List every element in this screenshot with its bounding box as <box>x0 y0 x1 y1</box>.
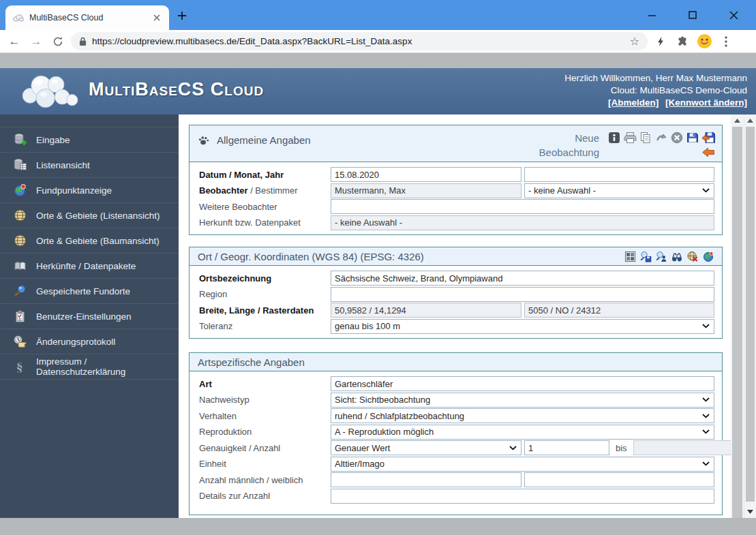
bookmark-star-icon[interactable]: ☆ <box>630 35 639 48</box>
copy-icon[interactable] <box>639 132 652 144</box>
sidebar-item-fundpunktanzeige[interactable]: Fundpunktanzeige <box>0 178 179 203</box>
forward-icon[interactable]: → <box>27 33 45 50</box>
page-scrollbar[interactable] <box>744 114 756 518</box>
art-input[interactable] <box>331 376 714 391</box>
browser-tab[interactable]: MultiBaseCS Cloud <box>5 5 169 30</box>
breite-laenge-input[interactable] <box>331 303 521 318</box>
reload-icon[interactable] <box>49 33 67 50</box>
sidebar-item-orte-baumansicht[interactable]: Orte & Gebiete (Baumansicht) <box>0 228 179 254</box>
address-bar[interactable]: https://cloudpreview.multibasecs.de/Edit… <box>71 32 648 50</box>
section-title: Allgemeine Angaben <box>217 134 311 146</box>
anzahl-weiblich-input[interactable] <box>524 472 714 487</box>
scrollbar-thumb[interactable] <box>746 127 755 502</box>
herkunft-input[interactable] <box>331 215 714 230</box>
beobachter-input[interactable] <box>331 183 521 198</box>
back-icon[interactable]: ← <box>5 33 23 50</box>
field-label: Beobachter / Bestimmer <box>199 185 331 196</box>
save-close-icon[interactable] <box>701 132 715 144</box>
chevron-down-icon <box>702 324 710 328</box>
maximize-icon[interactable] <box>682 5 703 25</box>
toleranz-select[interactable]: genau bis 100 m <box>331 319 714 334</box>
verhalten-select[interactable]: ruhend / Schlafplatzbeobachtung <box>331 408 714 423</box>
scroll-up-icon[interactable] <box>731 114 744 126</box>
form-row-verhalten: Verhalten ruhend / Schlafplatzbeobachtun… <box>199 408 714 423</box>
weitere-beobachter-input[interactable] <box>331 199 714 214</box>
browser-window: MultiBaseCS Cloud ← → https://cloudprevi… <box>0 0 756 535</box>
field-label: Toleranz <box>199 321 331 331</box>
field-label: Herkunft bzw. Datenpaket <box>199 217 331 228</box>
sidebar-item-label: Orte & Gebiete (Listenansicht) <box>36 211 160 221</box>
lock-icon[interactable] <box>79 36 87 46</box>
search-person-icon[interactable] <box>654 250 668 262</box>
sidebar-item-listenansicht[interactable]: Listenansicht <box>0 153 179 178</box>
form-row-herkunft: Herkunft bzw. Datenpaket <box>199 215 714 230</box>
grid-window-icon[interactable] <box>623 250 637 262</box>
sidebar-item-eingabe[interactable]: Eingabe <box>0 127 179 153</box>
globe-marker-icon[interactable] <box>701 250 715 262</box>
details-anzahl-input[interactable] <box>331 489 714 504</box>
nachweistyp-select[interactable]: Sicht: Sichtbeobachtung <box>331 393 714 408</box>
field-label: Region <box>199 289 331 299</box>
close-icon[interactable] <box>723 5 744 25</box>
sidebar-item-aenderungsprotokoll[interactable]: Änderungsprotokoll <box>0 329 179 354</box>
profile-avatar[interactable] <box>695 33 713 50</box>
history-icon <box>12 335 27 349</box>
browser-titlebar: MultiBaseCS Cloud <box>0 0 756 30</box>
anzahl-maennlich-input[interactable] <box>331 472 521 487</box>
back-arrow-icon[interactable] <box>701 146 715 158</box>
bestimmer-select[interactable]: - keine Auswahl - <box>524 183 714 198</box>
binoculars-icon[interactable] <box>670 250 684 262</box>
undo-icon[interactable] <box>654 132 668 144</box>
field-label: Nachweistyp <box>199 395 331 405</box>
new-tab-icon[interactable] <box>176 10 188 22</box>
reproduktion-select[interactable]: A - Reproduktion möglich <box>331 425 714 440</box>
form-row-genauigkeit-anzahl: Genauigkeit / Anzahl Genauer Wert bis <box>199 440 714 455</box>
region-input[interactable] <box>331 287 714 302</box>
anzahl-von-input[interactable] <box>524 440 609 455</box>
bolt-extension-icon[interactable] <box>652 33 669 50</box>
action-text-line2: Beobachtung <box>539 147 599 158</box>
form-row-koordinaten: Breite, Länge / Rasterdaten <box>199 303 714 318</box>
genauigkeit-select[interactable]: Genauer Wert <box>331 440 521 455</box>
scroll-down-icon[interactable] <box>744 506 756 517</box>
browser-toolbar: ← → https://cloudpreview.multibasecs.de/… <box>0 30 756 53</box>
menu-dots-icon[interactable] <box>717 33 735 50</box>
scrollbar-thumb[interactable] <box>732 127 742 518</box>
url-text[interactable]: https://cloudpreview.multibasecs.de/Edit… <box>92 36 624 46</box>
save-icon[interactable] <box>686 132 699 144</box>
content-scrollbar[interactable] <box>731 114 744 518</box>
sidebar-item-impressum[interactable]: § Impressum / Datenschutzerklärung <box>0 354 179 380</box>
cancel-icon[interactable] <box>670 132 684 144</box>
rasterdaten-input[interactable] <box>524 303 714 318</box>
search-save-icon[interactable] <box>639 250 652 262</box>
info-icon[interactable] <box>607 132 621 144</box>
globe-remove-icon[interactable] <box>686 250 699 262</box>
paw-icon <box>198 134 211 147</box>
print-icon[interactable] <box>623 132 637 144</box>
form-row-ortsbezeichnung: Ortsbezeichnung <box>199 271 714 286</box>
monat-jahr-input[interactable] <box>524 167 714 182</box>
field-label: Verhalten <box>199 411 331 421</box>
tab-close-icon[interactable] <box>151 12 162 23</box>
field-label: Anzahl männlich / weiblich <box>199 475 331 485</box>
logout-link[interactable]: [Abmelden] <box>608 97 659 108</box>
chevron-down-icon <box>702 461 710 466</box>
sidebar-item-label: Änderungsprotokoll <box>36 337 115 347</box>
sidebar-item-benutzer-einstellungen[interactable]: Benutzer-Einstellungen <box>0 304 179 329</box>
sidebar-item-orte-listenansicht[interactable]: Orte & Gebiete (Listenansicht) <box>0 203 179 228</box>
globe-pin-icon <box>12 183 27 198</box>
datum-input[interactable] <box>331 167 521 182</box>
scroll-up-icon[interactable] <box>744 114 756 126</box>
form-row-reproduktion: Reproduktion A - Reproduktion möglich <box>199 425 714 440</box>
globe-wire-icon <box>12 209 27 223</box>
change-password-link[interactable]: [Kennwort ändern] <box>665 97 747 108</box>
puzzle-extensions-icon[interactable] <box>674 33 691 50</box>
sidebar-item-herkuenfte[interactable]: Herkünfte / Datenpakete <box>0 254 179 279</box>
ortsbezeichnung-input[interactable] <box>331 271 714 286</box>
section-header: Artspezifische Angaben <box>190 353 722 371</box>
section-artspezifische-angaben: Artspezifische Angaben Art Nachweistyp S… <box>189 352 723 515</box>
section-allgemeine-angaben: Allgemeine Angaben Neue <box>189 125 723 235</box>
minimize-icon[interactable] <box>641 5 662 25</box>
sidebar-item-gespeicherte-fundorte[interactable]: Gespeicherte Fundorte <box>0 279 179 304</box>
einheit-select[interactable]: Alttier/Imago <box>331 457 714 472</box>
